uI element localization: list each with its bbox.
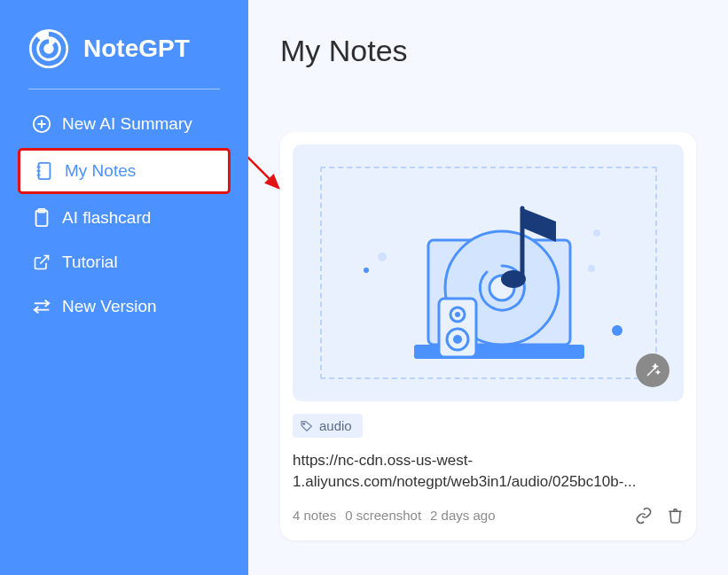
tag-icon <box>300 419 314 433</box>
nav-tutorial[interactable]: Tutorial <box>18 242 231 283</box>
svg-rect-4 <box>39 163 51 179</box>
link-icon <box>635 507 653 524</box>
magic-edit-button[interactable] <box>636 354 669 387</box>
magic-wand-icon <box>645 362 661 378</box>
clipboard-icon <box>32 208 51 228</box>
note-meta: 4 notes 0 screenshot 2 days ago <box>293 508 496 523</box>
meta-notes-count: 4 notes <box>293 508 336 523</box>
note-title: https://nc-cdn.oss-us-west-1.aliyuncs.co… <box>293 450 684 493</box>
nav-new-version[interactable]: New Version <box>18 286 231 327</box>
brand-name: NoteGPT <box>83 35 190 63</box>
plus-circle-icon <box>32 114 51 134</box>
swap-icon <box>32 297 51 316</box>
meta-screenshot-count: 0 screenshot <box>345 508 421 523</box>
meta-time: 2 days ago <box>430 508 495 523</box>
card-footer: 4 notes 0 screenshot 2 days ago <box>293 507 684 524</box>
note-card[interactable]: audio https://nc-cdn.oss-us-west-1.aliyu… <box>280 132 696 540</box>
sidebar-divider <box>28 89 220 89</box>
note-icon <box>35 161 54 181</box>
nav-label: New Version <box>62 297 157 316</box>
tag-chip[interactable]: audio <box>293 414 363 438</box>
tag-text: audio <box>319 418 352 433</box>
main-content: My Notes <box>248 0 728 575</box>
nav-flashcard[interactable]: AI flashcard <box>18 198 231 238</box>
nav-label: New AI Summary <box>62 114 192 134</box>
sidebar: NoteGPT New AI Summary My Notes <box>0 0 248 575</box>
note-thumbnail <box>293 144 684 401</box>
brand-logo-icon <box>28 28 69 69</box>
trash-icon <box>667 507 684 524</box>
nav-my-notes[interactable]: My Notes <box>18 148 231 194</box>
nav-label: My Notes <box>65 161 136 181</box>
svg-point-30 <box>303 423 305 424</box>
svg-line-13 <box>248 156 278 188</box>
delete-button[interactable] <box>667 507 684 524</box>
page-title: My Notes <box>280 34 696 68</box>
copy-link-button[interactable] <box>635 507 653 524</box>
nav-label: Tutorial <box>62 253 118 272</box>
external-link-icon <box>32 253 51 272</box>
svg-line-10 <box>40 256 48 264</box>
nav-new-summary[interactable]: New AI Summary <box>18 104 231 144</box>
nav-label: AI flashcard <box>62 208 151 228</box>
svg-line-29 <box>647 368 655 376</box>
brand-row: NoteGPT <box>18 28 231 69</box>
